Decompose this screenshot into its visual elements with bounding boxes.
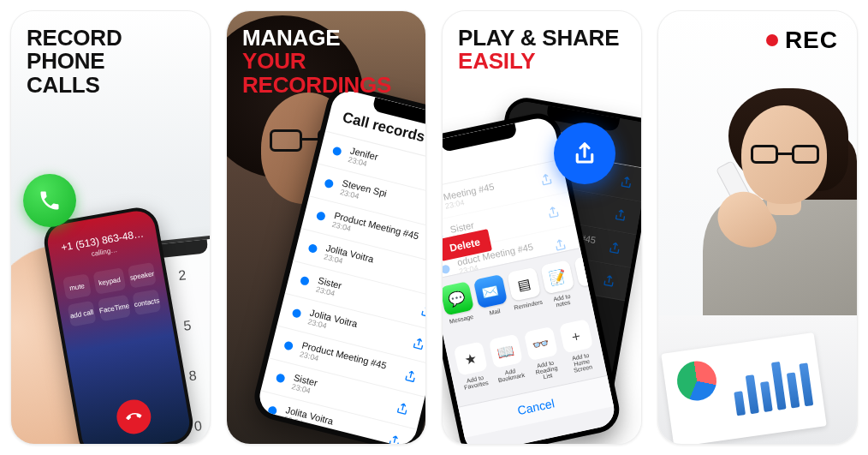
in-call-controls: mute keypad speaker add call FaceTime co…: [62, 262, 161, 327]
rec-label: REC: [785, 27, 838, 54]
title-line: Phone: [27, 48, 104, 74]
keypad-key[interactable]: 6: [205, 314, 211, 362]
keypad-button[interactable]: keypad: [92, 267, 126, 295]
screenshot-card-record: Record Phone Calls 1 2 3 4 5 6 7 8 9 * 0…: [10, 10, 211, 445]
card-title: Record Phone Calls: [27, 27, 194, 97]
phone-icon: [38, 189, 62, 213]
bar: [760, 381, 773, 412]
screenshot-card-manage: Manage Your Recordings Call records Jeni…: [226, 10, 426, 445]
title-line: Calls: [27, 72, 100, 98]
share-app-reminders[interactable]: ▤Reminders: [507, 266, 544, 316]
call-button[interactable]: [23, 174, 76, 227]
bar: [771, 362, 787, 410]
pie-chart-icon: [675, 359, 719, 404]
bar-chart-icon: [728, 346, 813, 416]
record-dot-icon: [766, 34, 778, 46]
screenshot-card-rec: REC: [657, 10, 858, 445]
share-app-notes[interactable]: 📝Add to notes: [540, 260, 578, 309]
title-line: Play & Share: [458, 25, 619, 51]
reminders-icon: ▤: [507, 266, 541, 301]
row-share-button[interactable]: [411, 336, 426, 352]
end-call-button[interactable]: [114, 397, 153, 436]
row-share-button[interactable]: [419, 303, 426, 320]
unread-dot-icon: [307, 243, 318, 254]
glasses-icon: 👓: [524, 326, 558, 361]
star-icon: ★: [454, 341, 488, 375]
mute-button[interactable]: mute: [62, 273, 92, 300]
glasses-icon: [751, 145, 824, 164]
action-readinglist[interactable]: 👓Add to Reading List: [523, 326, 563, 382]
title-line: Manage: [242, 25, 340, 51]
title-line: Easily: [458, 50, 626, 73]
row-share-button[interactable]: [538, 171, 555, 188]
share-sheet: 💬Message ✉️Mail ▤Reminders 📝Add to notes…: [442, 248, 617, 445]
unread-dot-icon: [324, 178, 334, 189]
title-line: Your Recordings: [242, 50, 410, 97]
row-share-button[interactable]: [386, 433, 402, 445]
action-favorites[interactable]: ★Add to Favorites: [453, 341, 493, 397]
card-title: Manage Your Recordings: [242, 27, 410, 97]
card-title: Play & Share Easily: [458, 27, 626, 74]
action-bookmark[interactable]: 📖Add Bookmark: [488, 333, 528, 389]
share-app-mail[interactable]: ✉️Mail: [473, 274, 511, 324]
unread-dot-icon: [316, 211, 326, 221]
row-share-button[interactable]: [402, 368, 419, 384]
plus-icon: ＋: [559, 319, 593, 353]
row-share-button[interactable]: [395, 400, 411, 416]
message-icon: 💬: [442, 281, 474, 315]
share-icon: [572, 141, 597, 166]
unread-dot-icon: [300, 276, 310, 286]
keypad-key[interactable]: 3: [200, 263, 211, 311]
action-homescreen[interactable]: ＋Add to Home Screen: [558, 319, 598, 374]
rec-indicator: REC: [766, 27, 838, 54]
bar: [746, 374, 759, 414]
row-share-button[interactable]: [545, 204, 562, 220]
unread-dot-icon: [292, 308, 302, 319]
addcall-button[interactable]: add call: [68, 301, 97, 327]
facetime-button[interactable]: FaceTime: [98, 295, 131, 322]
contacts-button[interactable]: contacts: [132, 289, 161, 315]
phone-icon: [122, 406, 144, 428]
bar: [787, 373, 800, 409]
share-app-message[interactable]: 💬Message: [442, 281, 478, 331]
speaker-button[interactable]: speaker: [128, 262, 157, 289]
mail-icon: ✉️: [473, 274, 508, 308]
unread-dot-icon: [267, 405, 277, 416]
bookmark-icon: 📖: [489, 334, 523, 368]
unread-dot-icon: [276, 373, 286, 383]
bar: [734, 391, 746, 416]
title-line: Record: [27, 25, 122, 51]
bar: [799, 362, 813, 406]
unread-dot-icon: [442, 264, 450, 274]
unread-dot-icon: [332, 146, 342, 156]
notes-icon: 📝: [540, 260, 574, 294]
unread-dot-icon: [283, 340, 294, 350]
share-button[interactable]: [554, 123, 615, 184]
screenshot-card-share: Play & Share Easily Records Meeting #452…: [442, 10, 642, 445]
